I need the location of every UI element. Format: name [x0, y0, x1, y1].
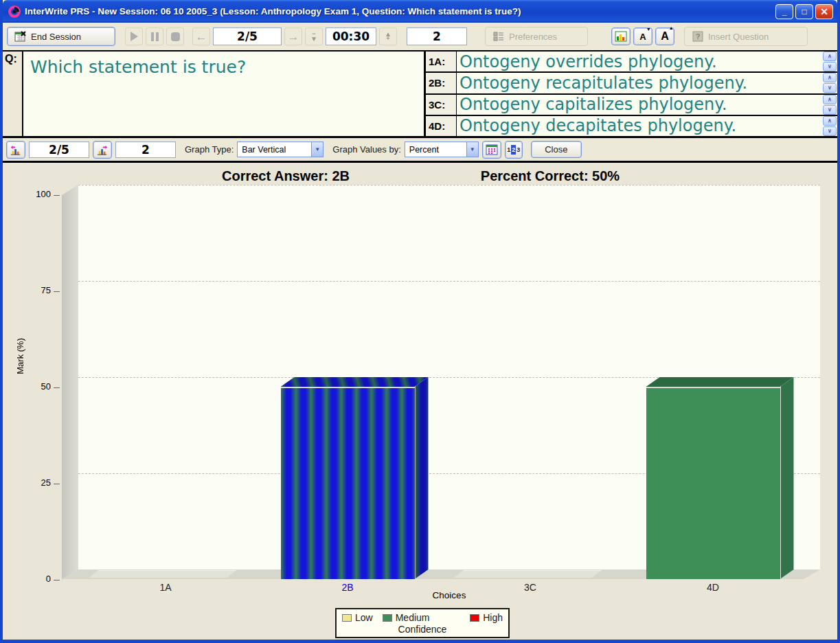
response-table-icon	[486, 144, 498, 155]
preferences-icon	[492, 31, 505, 42]
app-logo-icon	[8, 5, 21, 18]
zero-bar-base-1A	[89, 570, 237, 578]
x-category-label: 1A	[159, 582, 171, 593]
end-session-button[interactable]: End Session	[7, 27, 115, 46]
window-title: InterWrite PRS - New Session: 06 10 2005…	[25, 6, 775, 16]
question-mark-icon: ?	[692, 31, 704, 42]
x-category-label: 4D	[707, 582, 719, 593]
answer-text: Ontogeny overrides phylogeny.	[457, 52, 823, 71]
prev-graph-button[interactable]	[6, 141, 25, 159]
pause-button[interactable]	[146, 27, 163, 45]
preferences-label: Preferences	[509, 32, 557, 42]
scroll-down-icon[interactable]: ∨	[823, 62, 837, 71]
percent-correct-header: Percent Correct: 50%	[481, 168, 620, 184]
answer-row-3c: 3C: Ontogeny capitalizes phylogeny. ∧∨	[426, 95, 837, 116]
font-increase-button[interactable]: A▲	[655, 27, 674, 45]
chart-legend: Low Medium High Confidence	[335, 608, 510, 638]
bar-face-side	[780, 377, 794, 579]
question-label: Q:	[3, 52, 23, 136]
legend-item-low: Low	[342, 612, 373, 623]
stop-button[interactable]	[166, 27, 184, 45]
question-section: Q: Which statement is true?	[3, 52, 426, 136]
svg-text:?: ?	[696, 32, 701, 41]
preferences-button[interactable]: Preferences	[485, 27, 588, 46]
x-category-label: 3C	[524, 582, 536, 593]
font-decrease-button[interactable]: A▼	[633, 27, 652, 45]
answer-label: 4D:	[426, 116, 457, 136]
close-graph-button[interactable]: Close	[531, 141, 582, 158]
insert-question-button[interactable]: ? Insert Question	[684, 27, 808, 46]
y-tick-label: 100	[3, 189, 51, 199]
graph-type-select[interactable]: Bar Vertical ▼	[237, 142, 323, 157]
x-category-label: 2B	[341, 582, 353, 593]
bar-face-side	[415, 377, 429, 579]
scroll-down-icon[interactable]: ∨	[823, 83, 837, 93]
legend-item-high: High	[470, 612, 503, 623]
question-text: Which statement is true?	[23, 52, 424, 136]
answer-label: 3C:	[426, 95, 457, 115]
question-nav-field[interactable]: 2/5	[213, 27, 282, 45]
y-tick-label: 75	[3, 285, 51, 295]
answer-row-4d: 4D: Ontogeny decapitates phylogeny. ∧∨	[426, 116, 837, 136]
y-tick-label: 0	[3, 574, 51, 584]
graph-values-select[interactable]: Percent ▼	[405, 142, 479, 157]
scroll-up-icon[interactable]: ∧	[823, 95, 837, 104]
legend-item-medium: Medium	[383, 612, 430, 623]
prev-question-button[interactable]: ←	[192, 27, 210, 45]
chart-3d-left-wall	[62, 185, 78, 580]
maximize-button[interactable]: □	[795, 4, 813, 19]
timer-decrease-button[interactable]: −▼	[305, 27, 323, 45]
y-tick-label: 25	[3, 477, 51, 488]
left-arrow-icon: ←	[196, 31, 207, 43]
scroll-down-icon[interactable]: ∨	[823, 126, 837, 136]
bar-4D	[646, 387, 780, 579]
question-answer-area: Q: Which statement is true? 1A: Ontogeny…	[3, 50, 837, 138]
show-graph-button[interactable]	[611, 27, 631, 45]
graph-values-label: Graph Values by:	[332, 144, 400, 155]
legend-caption: Confidence	[342, 624, 503, 635]
next-graph-button[interactable]	[93, 141, 112, 159]
minimize-button[interactable]: _	[775, 4, 793, 19]
graph-type-label: Graph Type:	[185, 144, 234, 155]
bar-face-top	[281, 377, 429, 387]
show-numbers-button[interactable]: 123	[505, 141, 523, 159]
bar-face-top	[646, 377, 794, 387]
scroll-up-icon[interactable]: ∧	[823, 116, 837, 126]
zero-bar-base-3C	[454, 570, 602, 578]
answer-row-2b: 2B: Ontogeny recapitulates phylogeny. ∧∨	[426, 73, 837, 94]
answers-section: 1A: Ontogeny overrides phylogeny. ∧∨ 2B:…	[426, 52, 837, 136]
answer-label: 1A:	[426, 52, 457, 71]
y-axis-title: Mark (%)	[15, 338, 25, 374]
pause-icon	[151, 32, 159, 41]
close-button[interactable]: ✕	[815, 4, 833, 19]
bar-chart-icon	[615, 31, 627, 42]
scroll-up-icon[interactable]: ∧	[823, 73, 837, 82]
timer-up-icon: ▲+	[385, 32, 391, 41]
font-smaller-icon: A▼	[639, 32, 646, 42]
prev-graph-icon	[10, 144, 22, 155]
graph-nav-field[interactable]: 2/5	[29, 142, 89, 158]
legend-label: Medium	[396, 612, 430, 623]
response-count-field: 2	[407, 27, 467, 45]
stop-icon	[171, 32, 180, 41]
play-button[interactable]	[125, 27, 143, 45]
graph-values-value: Percent	[405, 145, 466, 155]
next-question-button[interactable]: →	[284, 27, 302, 45]
y-tick-label: 50	[3, 381, 51, 392]
insert-question-label: Insert Question	[708, 32, 769, 42]
response-table-button[interactable]	[482, 141, 501, 159]
timer-field[interactable]: 00:30	[326, 27, 376, 45]
scroll-down-icon[interactable]: ∨	[823, 105, 837, 115]
main-toolbar: End Session ← 2/5 → −▼ 00:30 ▲+ 2 Prefer…	[3, 23, 837, 50]
chart-plot: 1A2B3C4D	[78, 185, 820, 569]
legend-swatch-low	[342, 614, 352, 622]
scroll-up-icon[interactable]: ∧	[823, 52, 837, 61]
chevron-down-icon: ▼	[311, 142, 323, 157]
correct-answer-header: Correct Answer: 2B	[222, 168, 350, 184]
end-session-label: End Session	[31, 32, 81, 42]
y-tick-mark	[54, 484, 60, 484]
graph-count-field: 2	[115, 142, 176, 158]
end-session-icon	[14, 31, 27, 42]
timer-increase-button[interactable]: ▲+	[379, 27, 397, 45]
next-graph-icon	[96, 144, 109, 155]
